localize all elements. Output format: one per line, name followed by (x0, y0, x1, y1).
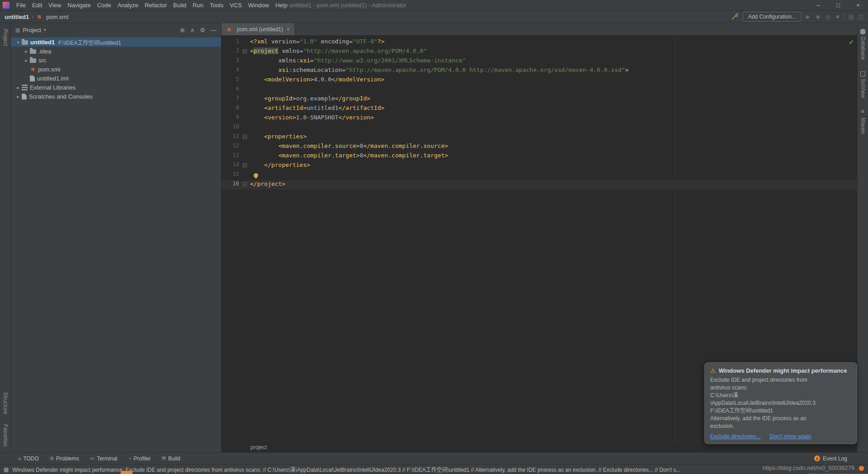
code-line-3[interactable]: 3 xmlns:xsi="http://www.w3.org/2001/XMLS… (222, 57, 857, 66)
chevron-down-icon[interactable]: ▾ (44, 28, 46, 32)
code-line-7[interactable]: 7 <groupId>org.example</groupId> (222, 95, 857, 104)
toolwindow-button-profiler[interactable]: ◔Profiler (128, 455, 151, 462)
close-button[interactable]: × (848, 0, 868, 10)
close-tab-icon[interactable]: × (287, 26, 290, 33)
add-configuration-button[interactable]: Add Configuration... (743, 12, 802, 22)
menu-tools[interactable]: Tools (207, 0, 226, 11)
tree-row-src[interactable]: ▸src (11, 56, 221, 65)
editor-tab-pom[interactable]: pom.xml (untitled1) × (222, 23, 295, 35)
maximize-button[interactable]: □ (828, 0, 848, 10)
fold-column (241, 123, 248, 133)
code-text (248, 85, 857, 95)
code-line-4[interactable]: 4 xsi:schemaLocation="http://maven.apach… (222, 66, 857, 76)
code-line-13[interactable]: 13 <maven.compiler.target>8</maven.compi… (222, 152, 857, 161)
menu-window[interactable]: Window (245, 0, 272, 11)
breadcrumb-project[interactable]: untitled1 (5, 14, 29, 20)
coverage-icon[interactable]: ◎ (826, 14, 830, 20)
collapse-all-icon[interactable]: ∧ (190, 27, 195, 33)
code-line-1[interactable]: 1<?xml version="1.0" encoding="UTF-8"?> (222, 38, 857, 47)
tree-label: Scratches and Consoles (29, 93, 93, 100)
dont-show-again-link[interactable]: Don't show again (769, 433, 811, 440)
stop-icon[interactable]: ■ (836, 14, 839, 20)
menu-edit[interactable]: Edit (29, 0, 45, 11)
hide-icon[interactable]: — (211, 27, 217, 33)
code-line-11[interactable]: 11− <properties> (222, 133, 857, 142)
toolwindow-bar: ≡TODO⊘Problems▭Terminal◔Profiler⚒Build 2… (0, 452, 868, 464)
menu-navigate[interactable]: Navigate (64, 0, 94, 11)
project-panel-title[interactable]: Project (23, 27, 41, 33)
code-line-9[interactable]: 9 <version>1.0-SNAPSHOT</version> (222, 114, 857, 123)
problems-icon: ⊘ (50, 455, 54, 461)
code-line-10[interactable]: 10 (222, 123, 857, 133)
tree-row-scratches-and-consoles[interactable]: ▸Scratches and Consoles (11, 92, 221, 101)
tree-row-idea[interactable]: ▸.idea (11, 47, 221, 56)
tree-row-pom-xml[interactable]: pom.xml (11, 65, 221, 74)
code-line-8[interactable]: 8 <artifactId>untitled1</artifactId> (222, 104, 857, 114)
fold-icon[interactable]: − (243, 49, 247, 53)
fold-column (241, 114, 248, 123)
fold-icon[interactable]: − (243, 163, 247, 167)
code-text: <modelVersion>4.0.0</modelVersion> (248, 76, 857, 85)
toolwindow-button-terminal[interactable]: ▭Terminal (90, 455, 118, 462)
menu-vcs[interactable]: VCS (226, 0, 245, 11)
tree-arrow-icon[interactable]: ▸ (23, 58, 30, 63)
toolwindow-button-todo[interactable]: ≡TODO (18, 455, 39, 462)
code-line-14[interactable]: 14− </properties> (222, 161, 857, 171)
toolwindow-switcher-icon[interactable]: ▦ (4, 466, 9, 473)
tree-row-untitled1[interactable]: ▾untitled1F:\IDEA工作空间\untitled1 (11, 38, 221, 47)
fold-column: − (241, 47, 248, 57)
stripe-favorites[interactable]: Favorites (2, 420, 9, 450)
breadcrumb-file[interactable]: pom.xml (46, 14, 68, 20)
code-line-5[interactable]: 5 <modelVersion>4.0.0</modelVersion> (222, 76, 857, 85)
locate-icon[interactable]: ⊕ (180, 27, 185, 33)
exclude-directories-link[interactable]: Exclude directories... (710, 433, 760, 440)
menu-code[interactable]: Code (94, 0, 114, 11)
toolwindow-button-build[interactable]: ⚒Build (161, 455, 180, 462)
tree-arrow-icon[interactable]: ▾ (14, 40, 22, 45)
tool-windows-icon[interactable]: ◫ (859, 14, 863, 20)
menu-build[interactable]: Build (170, 0, 189, 11)
intention-bulb-icon[interactable] (254, 173, 258, 178)
code-line-2[interactable]: 2−<project xmlns="http://maven.apache.or… (222, 47, 857, 57)
code-line-12[interactable]: 12 <maven.compiler.source>8</maven.compi… (222, 142, 857, 152)
wrench-icon[interactable] (731, 13, 738, 20)
menu-view[interactable]: View (45, 0, 64, 11)
menu-refactor[interactable]: Refactor (142, 0, 170, 11)
toolwindow-button-problems[interactable]: ⊘Problems (50, 455, 79, 462)
stripe-maven[interactable]: Maven (860, 106, 866, 138)
settings-icon[interactable]: ⚙ (200, 27, 205, 33)
stripe-project[interactable]: Project (2, 25, 9, 50)
notification-text-line: antivirus scans: (710, 384, 850, 392)
code-line-16[interactable]: 16−</project> (222, 180, 857, 190)
menu-run[interactable]: Run (189, 0, 207, 11)
stripe-structure[interactable]: Structure (2, 388, 9, 418)
stripe-database[interactable]: Database (860, 25, 866, 64)
csdn-watermark-dot (859, 466, 864, 471)
menu-analyze[interactable]: Analyze (114, 0, 142, 11)
tree-row-untitled1-iml[interactable]: untitled1.iml (11, 74, 221, 83)
line-number: 6 (222, 85, 241, 95)
project-tree: ▾untitled1F:\IDEA工作空间\untitled1▸.idea▸sr… (11, 37, 221, 452)
code-line-6[interactable]: 6 (222, 85, 857, 95)
fold-icon[interactable]: − (243, 135, 247, 139)
event-log-button[interactable]: 2 Event Log (814, 455, 847, 462)
editor-tab-bar: pom.xml (untitled1) × (222, 23, 857, 36)
fold-icon[interactable]: − (243, 182, 247, 186)
code-text: xsi:schemaLocation="http://maven.apache.… (248, 66, 857, 76)
menu-file[interactable]: File (13, 0, 29, 11)
tree-arrow-icon[interactable]: ▸ (23, 49, 30, 54)
tree-arrow-icon[interactable]: ▸ (14, 94, 22, 99)
debug-icon[interactable]: ◉ (816, 14, 820, 20)
menu-help[interactable]: Help (272, 0, 291, 11)
minimize-button[interactable]: – (808, 0, 828, 10)
code-line-15[interactable]: 15 (222, 171, 857, 180)
layout-icon[interactable]: ▤ (849, 14, 854, 20)
run-icon[interactable]: ▶ (806, 14, 810, 20)
tree-row-external-libraries[interactable]: ▸External Libraries (11, 83, 221, 92)
toolwindow-label: Problems (56, 455, 79, 462)
fold-column (241, 152, 248, 161)
tree-arrow-icon[interactable]: ▸ (14, 85, 22, 90)
breadcrumb-element[interactable]: project (250, 444, 267, 450)
stripe-sciview[interactable]: SciView (860, 67, 866, 102)
status-message[interactable]: Windows Defender might impact performanc… (12, 465, 864, 473)
